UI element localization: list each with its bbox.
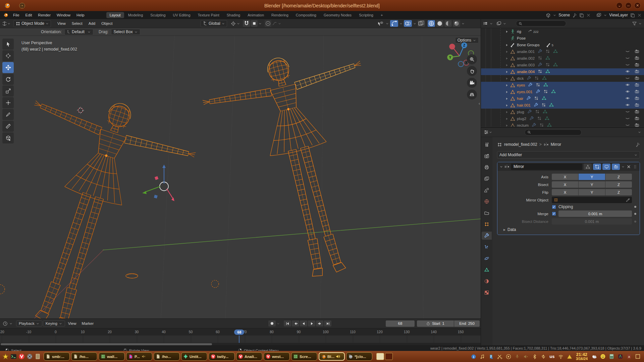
outliner-search-input[interactable] <box>516 20 566 26</box>
chevron-down-icon[interactable] <box>489 130 492 134</box>
expand-arrow-icon[interactable] <box>505 123 508 127</box>
tray-warning[interactable] <box>565 354 574 359</box>
properties-tab-modifiers[interactable] <box>482 232 492 240</box>
workspace-tab-geometry-nodes[interactable]: Geometry Nodes <box>320 12 355 18</box>
sidebar-collapse-arrow[interactable]: ‹ <box>479 101 480 106</box>
chevron-down-icon[interactable] <box>236 22 240 25</box>
launcher-vivaldi[interactable] <box>17 353 25 361</box>
breadcrumb-object[interactable]: remodel_fixed.002 <box>504 142 537 147</box>
eye-closed-icon[interactable] <box>625 62 630 68</box>
eye-open-icon[interactable] <box>625 82 630 88</box>
tool-cursor[interactable] <box>2 50 14 61</box>
timeline-menu-marker[interactable]: Marker <box>79 321 96 326</box>
pager-workspace-1[interactable] <box>376 353 384 360</box>
viewlayer-name[interactable]: ViewLayer <box>609 13 628 17</box>
camera-restrict-icon[interactable] <box>635 123 639 127</box>
outliner-item-label[interactable]: plug2 <box>517 117 526 121</box>
task-button-9[interactable]: Scre... <box>291 352 317 361</box>
expand-arrow-icon[interactable] <box>505 69 508 74</box>
launcher-terminal[interactable] <box>9 353 17 361</box>
task-button-4[interactable]: /ho... <box>154 352 180 361</box>
expand-arrow-icon[interactable] <box>505 116 508 121</box>
on-cage-toggle-icon[interactable] <box>584 164 592 170</box>
task-button-6[interactable]: twily... <box>209 352 235 361</box>
expand-arrow-icon[interactable] <box>505 43 508 48</box>
show-object-types-icon[interactable] <box>376 21 384 26</box>
shading-solid-icon[interactable] <box>436 20 443 27</box>
minimize-button[interactable]: ─ <box>625 2 632 9</box>
task-button-1[interactable]: /ho... <box>71 352 97 361</box>
copy-icon[interactable] <box>630 13 635 18</box>
pivot-point-icon[interactable] <box>231 21 236 26</box>
play-reverse-button[interactable] <box>300 320 307 326</box>
chevron-down-icon[interactable] <box>553 13 556 17</box>
merge-checkbox[interactable]: ✓ <box>552 212 556 216</box>
scene-icon[interactable] <box>546 13 551 18</box>
tray-phone[interactable] <box>487 354 495 359</box>
outliner-row-analie-001[interactable]: analie.001 <box>481 48 644 55</box>
timeline-ruler[interactable]: -20-100102030405060708090100110120130140… <box>0 328 481 336</box>
outliner-item-label[interactable]: rectum <box>517 123 529 127</box>
expand-arrow-icon[interactable] <box>505 49 508 54</box>
close-button[interactable]: ✕ <box>634 2 641 9</box>
workspace-tab-shading[interactable]: Shading <box>223 12 244 18</box>
axis-y-button[interactable]: Y <box>579 174 605 180</box>
bisect-x-button[interactable]: X <box>552 181 578 188</box>
eye-closed-icon[interactable] <box>625 56 630 61</box>
eye-open-icon[interactable] <box>625 103 630 108</box>
outliner-row-hair-001[interactable]: hair.001 <box>481 102 644 109</box>
realtime-toggle-icon[interactable] <box>602 164 610 170</box>
viewport-menu-select[interactable]: Select <box>69 20 86 26</box>
tray-scissors[interactable] <box>495 354 504 359</box>
chevron-down-icon[interactable] <box>385 22 389 25</box>
tray-dictionary[interactable]: a <box>625 354 633 359</box>
flip-x-button[interactable]: X <box>552 189 578 195</box>
clipping-checkbox[interactable]: ✓ <box>552 205 556 209</box>
outliner-row-dick[interactable]: dick <box>481 75 644 82</box>
camera-restrict-icon[interactable] <box>635 76 639 81</box>
viewport-menu-view[interactable]: View <box>54 20 69 26</box>
clock[interactable]: 21:42 3/16/24 <box>576 353 588 361</box>
camera-restrict-icon[interactable] <box>635 62 639 68</box>
expand-arrow-icon[interactable] <box>505 110 508 115</box>
editor-type-timeline-icon[interactable] <box>3 321 8 326</box>
shade-button[interactable]: ⌄ <box>616 2 623 9</box>
prev-keyframe-button[interactable] <box>292 320 299 326</box>
xray-toggle-icon[interactable] <box>418 20 425 27</box>
tray-bluetooth[interactable] <box>530 354 539 359</box>
tray-weather-cloud[interactable] <box>590 354 598 359</box>
outliner-item-label[interactable]: Bone Groups <box>517 43 540 47</box>
outliner-row-eyes-001[interactable]: eyes.001 <box>481 88 644 95</box>
outliner-item-label[interactable]: hair <box>517 97 523 101</box>
workspace-tab-modeling[interactable]: Modeling <box>125 12 147 18</box>
flip-z-button[interactable]: Z <box>605 189 632 195</box>
outliner-row-plug2[interactable]: plug2 <box>481 115 644 122</box>
render-toggle-icon[interactable] <box>612 164 620 170</box>
tool-rotate[interactable] <box>2 74 14 85</box>
camera-restrict-icon[interactable] <box>635 89 639 95</box>
eye-closed-icon[interactable] <box>625 116 630 122</box>
axis-x-button[interactable]: X <box>552 174 578 180</box>
eye-open-icon[interactable] <box>625 89 630 95</box>
menu-edit[interactable]: Edit <box>22 12 35 18</box>
properties-tab-output[interactable] <box>482 163 492 171</box>
outliner-item-label[interactable]: hair.001 <box>517 103 531 107</box>
chevron-down-icon[interactable] <box>276 322 280 325</box>
copy-icon[interactable] <box>579 13 584 18</box>
play-button[interactable] <box>308 320 315 326</box>
modifier-extras-chevron-icon[interactable] <box>621 165 625 169</box>
shading-material-icon[interactable] <box>444 20 452 27</box>
overlays-toggle-icon[interactable] <box>404 20 412 27</box>
task-button-0[interactable]: smb:... <box>44 352 70 361</box>
camera-restrict-icon[interactable] <box>635 116 639 122</box>
auto-key-record-icon[interactable] <box>268 320 276 326</box>
camera-view-button[interactable] <box>467 78 477 88</box>
chevron-down-icon[interactable] <box>638 130 641 134</box>
expand-chevron-icon[interactable] <box>499 165 503 169</box>
chevron-down-icon[interactable] <box>489 22 493 25</box>
task-button-10[interactable]: Bl... <box>319 352 345 361</box>
camera-restrict-icon[interactable] <box>635 69 639 75</box>
outliner-item-label[interactable]: eyes <box>517 83 525 87</box>
modifier-panel-header[interactable]: Mirror <box>497 162 640 171</box>
properties-tab-data[interactable] <box>482 266 492 274</box>
